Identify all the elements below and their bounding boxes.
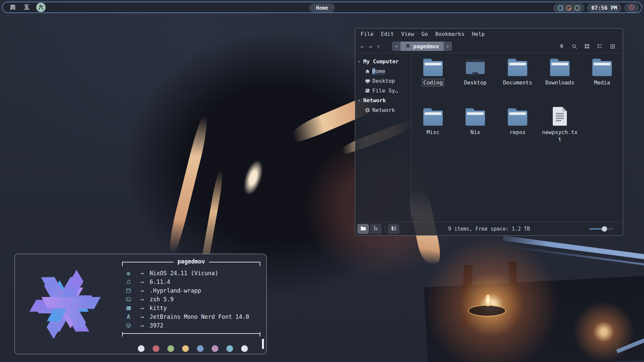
sidebar-item-filesystem[interactable]: File Sy… [355,86,411,96]
text-file-icon [553,107,567,126]
folder-icon [423,108,443,126]
tray-circle-icon[interactable] [575,5,580,11]
location-pin-icon[interactable] [558,43,565,49]
places-pane-button[interactable] [357,224,369,234]
palette-dot [153,345,159,352]
file-label: Documents [502,79,534,86]
sidebar-item-desktop[interactable]: Desktop [355,76,411,86]
menu-file[interactable]: File [361,31,374,37]
sidebar-section-label: My Computer [363,58,399,65]
statusbar-separator [385,226,385,232]
menu-edit[interactable]: Edit [381,31,394,37]
menu-go[interactable]: Go [422,31,428,37]
workspace-switcher: 四 五 六 [6,3,48,12]
fetch-title: pagedmov [173,258,209,265]
workspace-4[interactable]: 四 [8,3,17,12]
palette-dot [212,345,218,352]
desktop-icon [365,78,370,84]
sidebar-item-network[interactable]: Network [355,105,411,115]
menubar: File Edit View Go Bookmarks Help [355,28,623,40]
file-item-documents[interactable]: Documents [496,56,539,106]
workspace-5[interactable]: 五 [22,3,32,12]
thumbnail-grid-view-icon[interactable] [609,43,615,49]
tray-module[interactable] [553,3,584,12]
tray-record-icon[interactable] [566,5,572,11]
menu-bookmarks[interactable]: Bookmarks [435,31,465,37]
folder-icon [466,108,485,126]
icon-zoom-slider[interactable] [589,228,613,230]
sidebar-item-label: Network [372,107,395,113]
fastfetch-output: pagedmov ❆ → NixOS 24.11 (Vicuna) → 6.11… [122,259,260,352]
arrow-icon: → [137,296,147,303]
toolbar-view-buttons [558,40,615,53]
palette-dot [226,345,233,352]
file-item-nix[interactable]: Nix [454,106,496,155]
icon-view-icon[interactable] [584,43,590,49]
compact-list-view-icon[interactable] [597,43,603,49]
path-segment-home[interactable]: pagedmov [400,42,444,51]
fetch-row-wm: → .Hyprland-wrapp [124,286,260,295]
fetch-value: 6.11.4 [150,279,170,285]
workspace-6-active[interactable]: 六 [36,3,46,12]
path-bar: ◂ pagedmov ▸ [392,42,452,51]
top-status-bar: 四 五 六 Home 07:56 PM [2,2,642,13]
nixos-icon: ❆ [124,270,133,277]
sidebar: ▾ My Computer Home Desktop File Sy… [355,53,412,222]
file-item-repos[interactable]: repos [496,106,539,155]
file-item-media[interactable]: Media [581,56,623,106]
file-label: Nix [469,128,482,136]
home-icon [405,43,411,50]
tray-circle-icon[interactable] [558,5,563,11]
file-item-downloads[interactable]: Downloads [539,56,581,106]
terminal-icon [124,306,133,311]
palette-dot [241,345,248,352]
fetch-rows: ❆ → NixOS 24.11 (Vicuna) → 6.11.4 → .Hyp… [122,269,260,330]
folder-icon [423,59,443,76]
desktop-icon [466,59,485,76]
path-scroll-left-button[interactable]: ◂ [392,42,400,51]
terminal-color-palette [138,345,260,352]
folder-icon [592,59,612,76]
sidebar-section-my-computer[interactable]: ▾ My Computer [355,57,411,66]
file-manager-window: File Edit View Go Bookmarks Help ← → ↑ ◂… [355,28,623,236]
nixos-logo [27,266,103,343]
back-button[interactable]: ← [361,43,364,50]
clock[interactable]: 07:56 PM [587,3,622,12]
forward-button[interactable]: → [369,43,372,50]
arrow-icon: → [137,279,147,285]
menu-help[interactable]: Help [472,31,485,37]
slider-knob[interactable] [602,226,607,232]
file-label: repos [508,128,527,136]
palette-dot [197,345,204,352]
drive-icon [365,88,370,94]
palette-dot [138,345,145,352]
path-scroll-right-button[interactable]: ▸ [444,42,452,51]
palette-dot [182,345,189,352]
fetch-value: NixOS 24.11 (Vicuna) [150,270,218,277]
file-label: newpsych.txt [540,128,580,143]
file-item-newpsych-txt[interactable]: newpsych.txt [539,106,581,155]
arrow-icon: → [137,313,147,320]
file-item-desktop[interactable]: Desktop [454,56,496,106]
tree-pane-button[interactable] [370,224,382,234]
home-icon [365,68,370,74]
sidebar-section-network[interactable]: ▾ Network [355,96,411,105]
sidebar-item-label: Home [372,68,385,75]
file-grid: Coding Desktop Documents Downloads Media… [412,53,623,222]
file-item-coding[interactable]: Coding [412,56,454,106]
file-label: Desktop [463,79,488,86]
file-label: Coding [422,79,444,86]
file-label: Misc [425,128,441,136]
folder-icon [360,226,366,232]
toggle-side-pane-button[interactable] [388,224,399,234]
file-item-misc[interactable]: Misc [412,106,454,155]
up-button[interactable]: ↑ [377,43,380,50]
arrow-icon: → [137,305,147,311]
tree-icon [373,226,378,232]
arrow-icon: → [137,270,147,277]
menu-view[interactable]: View [401,31,414,37]
kernel-penguin-icon [124,279,133,285]
search-icon[interactable] [571,43,577,49]
power-button[interactable] [624,3,639,12]
sidebar-item-home[interactable]: Home [355,66,411,76]
